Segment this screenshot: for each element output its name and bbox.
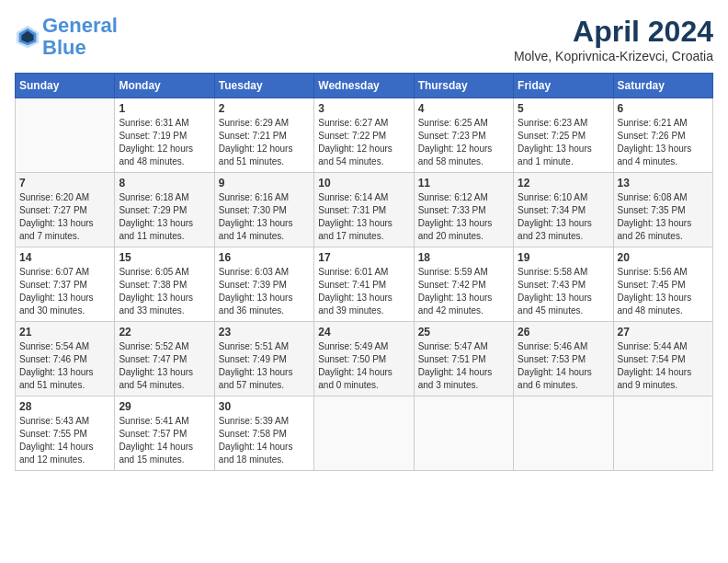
day-info: Sunrise: 6:10 AM Sunset: 7:34 PM Dayligh… xyxy=(518,191,609,243)
day-cell: 18Sunrise: 5:59 AM Sunset: 7:42 PM Dayli… xyxy=(414,247,513,322)
header-saturday: Saturday xyxy=(613,74,712,98)
day-number: 14 xyxy=(19,251,110,264)
day-cell: 27Sunrise: 5:44 AM Sunset: 7:54 PM Dayli… xyxy=(613,322,712,396)
day-cell xyxy=(16,98,115,173)
day-info: Sunrise: 6:01 AM Sunset: 7:41 PM Dayligh… xyxy=(318,266,409,317)
logo-general: General xyxy=(42,14,118,37)
day-number: 18 xyxy=(418,251,509,264)
day-info: Sunrise: 5:41 AM Sunset: 7:57 PM Dayligh… xyxy=(119,415,210,466)
day-number: 7 xyxy=(19,177,110,190)
day-info: Sunrise: 5:47 AM Sunset: 7:51 PM Dayligh… xyxy=(418,340,509,392)
day-info: Sunrise: 5:39 AM Sunset: 7:58 PM Dayligh… xyxy=(219,415,310,466)
day-number: 8 xyxy=(119,177,210,190)
day-cell: 23Sunrise: 5:51 AM Sunset: 7:49 PM Dayli… xyxy=(214,322,313,396)
day-info: Sunrise: 5:46 AM Sunset: 7:53 PM Dayligh… xyxy=(518,340,609,392)
day-number: 20 xyxy=(618,251,709,264)
day-cell: 10Sunrise: 6:14 AM Sunset: 7:31 PM Dayli… xyxy=(314,173,414,247)
header-monday: Monday xyxy=(115,74,214,98)
day-cell: 24Sunrise: 5:49 AM Sunset: 7:50 PM Dayli… xyxy=(314,322,414,396)
day-number: 24 xyxy=(318,326,409,339)
day-info: Sunrise: 5:58 AM Sunset: 7:43 PM Dayligh… xyxy=(518,266,609,317)
day-info: Sunrise: 6:20 AM Sunset: 7:27 PM Dayligh… xyxy=(19,191,110,243)
week-row-5: 28Sunrise: 5:43 AM Sunset: 7:55 PM Dayli… xyxy=(16,396,713,471)
header-tuesday: Tuesday xyxy=(214,74,313,98)
day-number: 26 xyxy=(518,326,609,339)
day-number: 19 xyxy=(518,251,609,264)
day-cell: 14Sunrise: 6:07 AM Sunset: 7:37 PM Dayli… xyxy=(16,247,115,322)
day-number: 23 xyxy=(219,326,310,339)
week-row-1: 1Sunrise: 6:31 AM Sunset: 7:19 PM Daylig… xyxy=(16,98,713,173)
day-cell: 1Sunrise: 6:31 AM Sunset: 7:19 PM Daylig… xyxy=(115,98,214,173)
day-number: 11 xyxy=(418,177,509,190)
day-cell xyxy=(314,396,414,471)
header-row: SundayMondayTuesdayWednesdayThursdayFrid… xyxy=(16,74,713,98)
day-cell: 28Sunrise: 5:43 AM Sunset: 7:55 PM Dayli… xyxy=(16,396,115,471)
day-cell: 9Sunrise: 6:16 AM Sunset: 7:30 PM Daylig… xyxy=(214,173,313,247)
day-cell: 19Sunrise: 5:58 AM Sunset: 7:43 PM Dayli… xyxy=(514,247,613,322)
day-cell xyxy=(414,396,513,471)
day-cell: 5Sunrise: 6:23 AM Sunset: 7:25 PM Daylig… xyxy=(514,98,613,173)
logo: General Blue xyxy=(15,15,118,59)
day-number: 5 xyxy=(518,102,609,115)
day-info: Sunrise: 6:31 AM Sunset: 7:19 PM Dayligh… xyxy=(119,117,210,168)
day-info: Sunrise: 6:18 AM Sunset: 7:29 PM Dayligh… xyxy=(119,191,210,243)
day-info: Sunrise: 6:12 AM Sunset: 7:33 PM Dayligh… xyxy=(418,191,509,243)
day-info: Sunrise: 6:25 AM Sunset: 7:23 PM Dayligh… xyxy=(418,117,509,168)
day-cell: 11Sunrise: 6:12 AM Sunset: 7:33 PM Dayli… xyxy=(414,173,513,247)
header-sunday: Sunday xyxy=(16,74,115,98)
day-number: 30 xyxy=(219,400,310,413)
day-cell: 3Sunrise: 6:27 AM Sunset: 7:22 PM Daylig… xyxy=(314,98,414,173)
logo-icon xyxy=(15,24,40,50)
day-cell: 21Sunrise: 5:54 AM Sunset: 7:46 PM Dayli… xyxy=(16,322,115,396)
page-header: General Blue April 2024 Molve, Koprivnic… xyxy=(15,15,713,63)
day-info: Sunrise: 6:27 AM Sunset: 7:22 PM Dayligh… xyxy=(318,117,409,168)
day-number: 3 xyxy=(318,102,409,115)
day-cell: 25Sunrise: 5:47 AM Sunset: 7:51 PM Dayli… xyxy=(414,322,513,396)
day-cell: 12Sunrise: 6:10 AM Sunset: 7:34 PM Dayli… xyxy=(514,173,613,247)
day-cell: 7Sunrise: 6:20 AM Sunset: 7:27 PM Daylig… xyxy=(16,173,115,247)
day-info: Sunrise: 6:29 AM Sunset: 7:21 PM Dayligh… xyxy=(219,117,310,168)
day-cell xyxy=(613,396,712,471)
calendar-table: SundayMondayTuesdayWednesdayThursdayFrid… xyxy=(15,73,713,471)
day-info: Sunrise: 6:16 AM Sunset: 7:30 PM Dayligh… xyxy=(219,191,310,243)
day-cell: 15Sunrise: 6:05 AM Sunset: 7:38 PM Dayli… xyxy=(115,247,214,322)
day-cell: 17Sunrise: 6:01 AM Sunset: 7:41 PM Dayli… xyxy=(314,247,414,322)
day-info: Sunrise: 5:51 AM Sunset: 7:49 PM Dayligh… xyxy=(219,340,310,392)
week-row-3: 14Sunrise: 6:07 AM Sunset: 7:37 PM Dayli… xyxy=(16,247,713,322)
week-row-2: 7Sunrise: 6:20 AM Sunset: 7:27 PM Daylig… xyxy=(16,173,713,247)
day-cell: 20Sunrise: 5:56 AM Sunset: 7:45 PM Dayli… xyxy=(613,247,712,322)
day-number: 28 xyxy=(19,400,110,413)
header-friday: Friday xyxy=(514,74,613,98)
day-info: Sunrise: 6:08 AM Sunset: 7:35 PM Dayligh… xyxy=(618,191,709,243)
day-cell: 6Sunrise: 6:21 AM Sunset: 7:26 PM Daylig… xyxy=(613,98,712,173)
day-info: Sunrise: 5:59 AM Sunset: 7:42 PM Dayligh… xyxy=(418,266,509,317)
day-info: Sunrise: 6:03 AM Sunset: 7:39 PM Dayligh… xyxy=(219,266,310,317)
day-number: 6 xyxy=(618,102,709,115)
day-number: 17 xyxy=(318,251,409,264)
day-number: 22 xyxy=(119,326,210,339)
day-info: Sunrise: 6:07 AM Sunset: 7:37 PM Dayligh… xyxy=(19,266,110,317)
day-info: Sunrise: 5:56 AM Sunset: 7:45 PM Dayligh… xyxy=(618,266,709,317)
day-info: Sunrise: 5:43 AM Sunset: 7:55 PM Dayligh… xyxy=(19,415,110,466)
day-cell: 26Sunrise: 5:46 AM Sunset: 7:53 PM Dayli… xyxy=(514,322,613,396)
day-cell: 4Sunrise: 6:25 AM Sunset: 7:23 PM Daylig… xyxy=(414,98,513,173)
day-number: 12 xyxy=(518,177,609,190)
title-block: April 2024 Molve, Koprivnica-Krizevci, C… xyxy=(514,15,713,63)
week-row-4: 21Sunrise: 5:54 AM Sunset: 7:46 PM Dayli… xyxy=(16,322,713,396)
day-info: Sunrise: 5:54 AM Sunset: 7:46 PM Dayligh… xyxy=(19,340,110,392)
day-cell: 22Sunrise: 5:52 AM Sunset: 7:47 PM Dayli… xyxy=(115,322,214,396)
day-cell: 2Sunrise: 6:29 AM Sunset: 7:21 PM Daylig… xyxy=(214,98,313,173)
day-info: Sunrise: 6:21 AM Sunset: 7:26 PM Dayligh… xyxy=(618,117,709,168)
calendar-header: SundayMondayTuesdayWednesdayThursdayFrid… xyxy=(16,74,713,98)
logo-blue: Blue xyxy=(42,36,86,59)
header-wednesday: Wednesday xyxy=(314,74,414,98)
day-info: Sunrise: 5:44 AM Sunset: 7:54 PM Dayligh… xyxy=(618,340,709,392)
calendar-body: 1Sunrise: 6:31 AM Sunset: 7:19 PM Daylig… xyxy=(16,98,713,471)
day-number: 25 xyxy=(418,326,509,339)
header-thursday: Thursday xyxy=(414,74,513,98)
day-info: Sunrise: 6:05 AM Sunset: 7:38 PM Dayligh… xyxy=(119,266,210,317)
day-cell: 8Sunrise: 6:18 AM Sunset: 7:29 PM Daylig… xyxy=(115,173,214,247)
day-number: 9 xyxy=(219,177,310,190)
day-number: 27 xyxy=(618,326,709,339)
day-number: 2 xyxy=(219,102,310,115)
